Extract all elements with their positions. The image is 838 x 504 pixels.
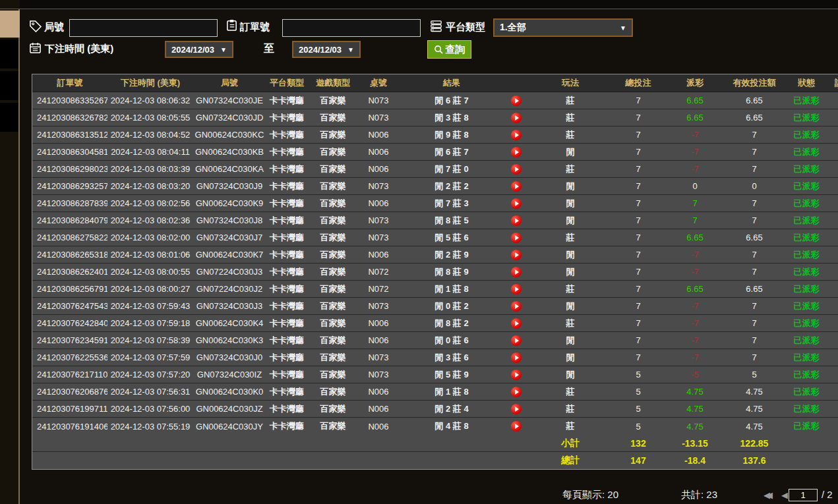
order-no-input[interactable]	[282, 19, 421, 37]
replay-play-icon[interactable]	[511, 164, 522, 175]
table-row: 241203086304581 2024-12-03 08:04:11 GN00…	[32, 144, 838, 161]
cell-total-bet: 7	[613, 113, 664, 123]
replay-play-icon[interactable]	[511, 387, 522, 397]
replay-play-icon[interactable]	[511, 421, 522, 432]
cell-total-bet: 7	[613, 335, 664, 345]
cell-table-no: N073	[358, 113, 399, 123]
tag-icon	[29, 20, 42, 32]
first-page-icon[interactable]: ◀◀	[763, 490, 769, 500]
replay-play-icon[interactable]	[511, 147, 522, 157]
cell-result: 閒 6 莊 7	[399, 95, 504, 107]
cell-game-type: 百家樂	[308, 283, 358, 295]
prev-page-icon[interactable]: ◀	[781, 490, 788, 500]
col-game-type: 遊戲類型	[308, 77, 358, 89]
cell-table-no: N006	[358, 164, 399, 174]
cell-platform: 卡卡灣廳	[266, 283, 308, 295]
cell-order-no: 241203076234591	[32, 335, 107, 345]
platform-type-value: 1.全部	[500, 22, 526, 34]
side-tab[interactable]	[0, 40, 18, 69]
table-row: 241203086265318 2024-12-03 08:01:06 GN00…	[32, 246, 838, 264]
cell-game-type: 百家樂	[308, 215, 358, 227]
cell-status: 已派彩	[783, 386, 830, 398]
cell-payout: -7	[664, 318, 726, 328]
table-row: 241203076199711 2024-12-03 07:56:00 GN00…	[32, 401, 838, 418]
cell-bet-time: 2024-12-03 08:05:55	[107, 113, 193, 123]
cell-total-bet: 7	[613, 301, 664, 311]
cell-round-no: GN00624C030K9	[193, 198, 266, 208]
date-from-value: 2024/12/03	[171, 45, 214, 55]
cell-total-bet: 7	[613, 233, 664, 242]
replay-play-icon[interactable]	[511, 198, 522, 209]
cell-payout: 7	[664, 198, 726, 208]
replay-play-icon[interactable]	[511, 215, 522, 226]
cell-payout: -7	[664, 164, 726, 174]
cell-table-no: N073	[358, 215, 399, 225]
cell-bet-time: 2024-12-03 07:55:19	[107, 422, 193, 432]
replay-play-icon[interactable]	[511, 233, 522, 243]
cell-table-no: N073	[358, 301, 399, 311]
cell-result: 閒 2 莊 9	[399, 249, 504, 261]
cell-bet-time: 2024-12-03 08:03:39	[107, 164, 193, 174]
table-row: 241203086284079 2024-12-03 08:02:36 GN07…	[32, 212, 838, 229]
replay-play-icon[interactable]	[511, 301, 522, 312]
replay-play-icon[interactable]	[511, 370, 522, 380]
replay-play-icon[interactable]	[511, 335, 522, 346]
cell-valid-bet: 4.75	[726, 422, 783, 432]
col-payout: 派彩	[664, 77, 726, 89]
cell-table-no: N006	[358, 198, 399, 208]
replay-play-icon[interactable]	[511, 284, 522, 294]
cell-round-no: GN07324C030J9	[193, 181, 266, 191]
replay-play-icon[interactable]	[511, 318, 522, 329]
cell-order-no: 241203086262401	[32, 267, 107, 277]
cell-platform: 卡卡灣廳	[266, 386, 308, 398]
cell-result: 閒 5 莊 9	[399, 369, 504, 381]
side-tab[interactable]	[0, 71, 18, 100]
cell-bet-time: 2024-12-03 08:01:06	[107, 250, 193, 260]
cell-platform: 卡卡灣廳	[266, 146, 308, 158]
cell-order-no: 241203086284079	[32, 215, 107, 225]
cell-table-no: N006	[358, 387, 399, 397]
cell-valid-bet: 4.75	[726, 387, 783, 397]
cell-order-no: 241203076199711	[32, 404, 107, 414]
cell-valid-bet: 5	[726, 370, 783, 379]
cell-valid-bet: 0	[726, 181, 783, 191]
cell-result: 閒 5 莊 6	[399, 232, 504, 244]
cell-valid-bet: 7	[726, 301, 783, 311]
cell-platform: 卡卡灣廳	[266, 163, 308, 175]
replay-play-icon[interactable]	[511, 96, 522, 106]
date-from-select[interactable]: 2024/12/03 ▼	[165, 41, 233, 58]
active-side-tab[interactable]	[0, 11, 20, 38]
order-no-label: 訂單號	[240, 21, 270, 34]
replay-play-icon[interactable]	[511, 181, 522, 192]
cell-table-no: N006	[358, 130, 399, 140]
cell-valid-bet: 6.65	[726, 284, 783, 294]
side-tab[interactable]	[0, 103, 18, 132]
cell-result: 閒 8 莊 9	[399, 266, 504, 278]
cell-bet-time: 2024-12-03 08:00:55	[107, 267, 193, 277]
table-row: 241203086293257 2024-12-03 08:03:20 GN07…	[32, 178, 838, 195]
replay-play-icon[interactable]	[511, 352, 522, 363]
replay-play-icon[interactable]	[511, 130, 522, 140]
cell-result: 閒 6 莊 7	[399, 146, 504, 158]
replay-play-icon[interactable]	[511, 404, 522, 414]
platform-type-select[interactable]: 1.全部 ▼	[493, 18, 633, 37]
cell-bet-side: 莊	[528, 95, 613, 107]
cell-table-no: N006	[358, 318, 399, 328]
cell-game-type: 百家樂	[308, 369, 358, 381]
total-count-label: 共計: 23	[681, 489, 717, 501]
cell-result: 閒 8 莊 2	[399, 318, 504, 329]
cell-platform: 卡卡灣廳	[266, 335, 308, 347]
search-button[interactable]: 查詢	[427, 40, 471, 59]
cell-payout: -7	[664, 301, 726, 311]
cell-table-no: N006	[358, 250, 399, 260]
cell-payout: 4.75	[664, 404, 726, 414]
table-row: 241203076242840 2024-12-03 07:59:18 GN00…	[32, 315, 838, 332]
cell-valid-bet: 7	[726, 352, 783, 362]
replay-play-icon[interactable]	[511, 267, 522, 277]
round-no-input[interactable]	[69, 19, 218, 37]
date-to-select[interactable]: 2024/12/03 ▼	[292, 41, 361, 58]
replay-play-icon[interactable]	[511, 250, 522, 260]
replay-play-icon[interactable]	[511, 113, 522, 123]
page-number-input[interactable]	[789, 489, 818, 501]
table-row: 241203076234591 2024-12-03 07:58:39 GN00…	[32, 332, 838, 349]
